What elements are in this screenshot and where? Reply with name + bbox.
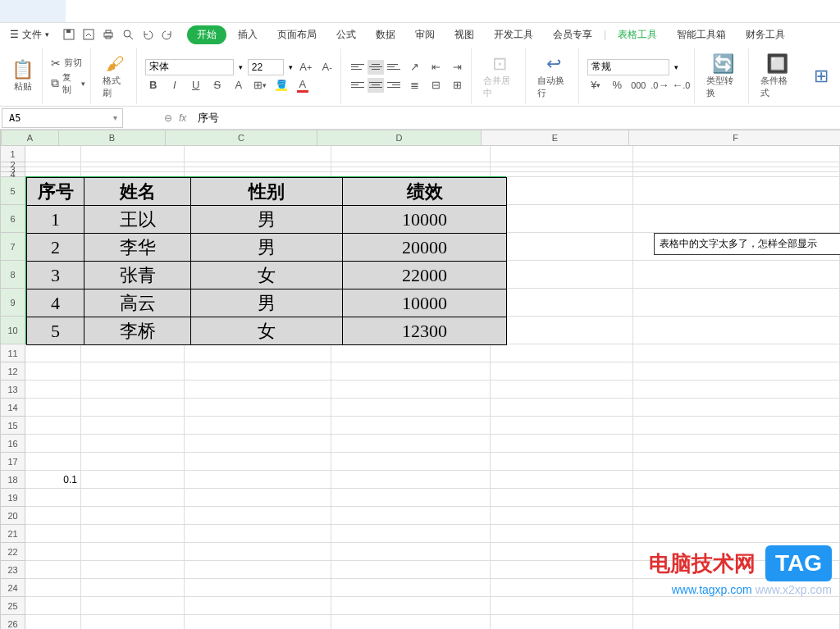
cell[interactable] bbox=[633, 597, 840, 615]
italic-button[interactable]: I bbox=[167, 77, 183, 93]
increase-font-button[interactable]: A+ bbox=[298, 59, 314, 75]
font-color-button[interactable]: A bbox=[294, 77, 311, 93]
cell[interactable] bbox=[491, 362, 633, 381]
cell[interactable] bbox=[633, 507, 840, 525]
row-header[interactable]: 24 bbox=[0, 579, 25, 597]
number-format-select[interactable] bbox=[587, 59, 669, 75]
cell[interactable] bbox=[25, 381, 81, 399]
row-header[interactable]: 18 bbox=[0, 471, 25, 489]
cell[interactable] bbox=[185, 146, 331, 162]
cell[interactable] bbox=[331, 525, 491, 543]
cell[interactable] bbox=[491, 543, 633, 561]
cell[interactable] bbox=[25, 525, 81, 543]
cell[interactable] bbox=[185, 399, 331, 417]
tab-dev[interactable]: 开发工具 bbox=[486, 25, 541, 45]
cell[interactable] bbox=[491, 399, 633, 417]
cell[interactable] bbox=[81, 507, 185, 525]
table-style-button[interactable]: ⊞ bbox=[810, 64, 832, 89]
cell[interactable] bbox=[633, 525, 840, 543]
table-cell[interactable]: 李桥 bbox=[84, 317, 191, 345]
tab-formula[interactable]: 公式 bbox=[328, 25, 364, 45]
cell[interactable] bbox=[81, 344, 185, 362]
tab-data[interactable]: 数据 bbox=[368, 25, 404, 45]
cell[interactable] bbox=[185, 435, 331, 453]
cell[interactable] bbox=[633, 453, 840, 471]
cell[interactable] bbox=[491, 344, 633, 362]
cell[interactable] bbox=[25, 453, 81, 471]
cell[interactable] bbox=[633, 177, 840, 205]
column-header[interactable]: B bbox=[59, 130, 166, 146]
cell[interactable] bbox=[331, 435, 491, 453]
cell[interactable] bbox=[185, 344, 331, 362]
tab-view[interactable]: 视图 bbox=[446, 25, 482, 45]
cell[interactable] bbox=[633, 344, 840, 362]
cut-button[interactable]: ✂剪切 bbox=[51, 57, 85, 70]
row-header[interactable]: 25 bbox=[0, 597, 25, 615]
undo-icon[interactable] bbox=[141, 28, 154, 41]
align-left-button[interactable] bbox=[349, 78, 366, 93]
cell[interactable] bbox=[633, 261, 840, 289]
cell[interactable] bbox=[491, 471, 633, 489]
cell[interactable] bbox=[491, 453, 633, 471]
cell[interactable] bbox=[25, 597, 81, 615]
cell[interactable] bbox=[25, 344, 81, 362]
format-painter-button[interactable]: 🖌 格式刷 bbox=[99, 52, 130, 101]
row-header[interactable]: 10 bbox=[0, 317, 25, 344]
cell[interactable] bbox=[185, 561, 331, 579]
distribute-button[interactable]: ⊟ bbox=[428, 77, 445, 93]
cell[interactable] bbox=[491, 489, 633, 507]
cell[interactable] bbox=[491, 507, 633, 525]
cell[interactable] bbox=[331, 344, 491, 362]
table-cell[interactable]: 男 bbox=[191, 289, 343, 317]
strike-button[interactable]: S bbox=[209, 77, 226, 93]
table-cell[interactable]: 张青 bbox=[84, 262, 191, 289]
increase-decimal-button[interactable]: .0→ bbox=[651, 77, 668, 93]
tab-start[interactable]: 开始 bbox=[187, 25, 226, 44]
conditional-format-button[interactable]: 🔲 条件格式 bbox=[757, 52, 797, 101]
row-header[interactable]: 23 bbox=[0, 561, 25, 579]
column-header[interactable]: F bbox=[629, 130, 840, 146]
row-header[interactable]: 5 bbox=[0, 177, 25, 205]
cell[interactable] bbox=[331, 489, 491, 507]
row-header[interactable]: 22 bbox=[0, 543, 25, 561]
cell[interactable] bbox=[331, 417, 491, 435]
column-header[interactable]: D bbox=[317, 130, 482, 146]
align-middle-button[interactable] bbox=[368, 60, 384, 75]
type-convert-button[interactable]: 🔄 类型转换 bbox=[703, 52, 743, 101]
cell[interactable] bbox=[331, 507, 491, 525]
row-header[interactable]: 14 bbox=[0, 399, 25, 417]
wrap-text-button[interactable]: ↩ 自动换行 bbox=[534, 52, 574, 101]
copy-button[interactable]: ⧉复制▾ bbox=[51, 71, 85, 96]
cell[interactable] bbox=[81, 399, 185, 417]
increase-indent-button[interactable]: ⇥ bbox=[450, 59, 466, 75]
cell[interactable] bbox=[331, 579, 491, 597]
cell[interactable] bbox=[633, 317, 840, 344]
cell[interactable] bbox=[81, 381, 185, 399]
currency-button[interactable]: ¥▾ bbox=[587, 77, 604, 93]
tab-member[interactable]: 会员专享 bbox=[545, 25, 600, 45]
cell[interactable] bbox=[491, 177, 633, 205]
cell[interactable] bbox=[185, 579, 331, 597]
column-header[interactable]: E bbox=[482, 130, 629, 146]
cell[interactable] bbox=[185, 489, 331, 507]
font-style-button[interactable]: A bbox=[231, 77, 247, 93]
cell[interactable] bbox=[25, 579, 81, 597]
tab-finance[interactable]: 财务工具 bbox=[737, 25, 793, 45]
font-name-select[interactable] bbox=[145, 59, 234, 75]
table-cell[interactable]: 女 bbox=[191, 262, 343, 289]
cell[interactable] bbox=[633, 489, 840, 507]
table-cell[interactable]: 4 bbox=[27, 289, 84, 317]
comma-button[interactable]: 000 bbox=[630, 77, 646, 93]
cell[interactable] bbox=[633, 362, 840, 381]
row-header[interactable]: 11 bbox=[0, 344, 25, 362]
cell[interactable] bbox=[633, 435, 840, 453]
cell[interactable] bbox=[331, 399, 491, 417]
cell[interactable] bbox=[185, 417, 331, 435]
row-header[interactable]: 26 bbox=[0, 615, 25, 629]
cell[interactable] bbox=[491, 233, 633, 261]
table-cell[interactable]: 男 bbox=[191, 234, 343, 262]
table-cell[interactable]: 12300 bbox=[343, 317, 507, 345]
cell[interactable] bbox=[25, 615, 81, 629]
fx-icon[interactable]: fx bbox=[179, 112, 186, 124]
cell[interactable] bbox=[331, 597, 491, 615]
